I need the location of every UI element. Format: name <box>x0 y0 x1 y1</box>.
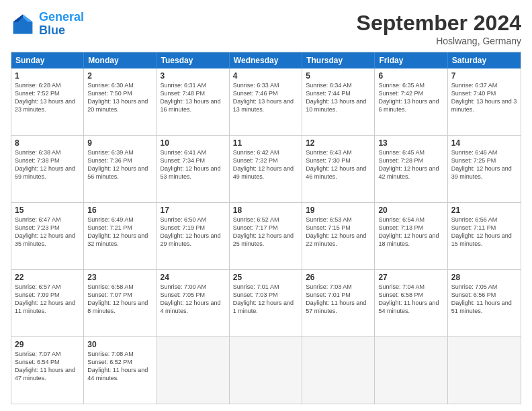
cal-cell: 19Sunrise: 6:53 AMSunset: 7:15 PMDayligh… <box>302 203 375 269</box>
cal-cell: 21Sunrise: 6:56 AMSunset: 7:11 PMDayligh… <box>448 203 521 269</box>
cal-cell: 13Sunrise: 6:45 AMSunset: 7:28 PMDayligh… <box>375 136 447 202</box>
logo-text: General Blue <box>39 11 84 38</box>
header-thursday: Thursday <box>302 52 375 68</box>
cal-cell <box>302 337 375 404</box>
cal-cell: 9Sunrise: 6:39 AMSunset: 7:36 PMDaylight… <box>84 136 157 202</box>
header-sunday: Sunday <box>11 52 84 68</box>
cal-cell: 30Sunrise: 7:08 AMSunset: 6:52 PMDayligh… <box>84 337 157 404</box>
cal-cell: 14Sunrise: 6:46 AMSunset: 7:25 PMDayligh… <box>448 136 521 202</box>
day-number: 13 <box>378 138 443 148</box>
day-info: Sunrise: 6:38 AMSunset: 7:38 PMDaylight:… <box>15 148 80 181</box>
day-info: Sunrise: 6:53 AMSunset: 7:15 PMDaylight:… <box>306 216 371 248</box>
cal-cell <box>157 337 230 404</box>
cal-cell: 15Sunrise: 6:47 AMSunset: 7:23 PMDayligh… <box>11 203 84 269</box>
day-number: 21 <box>451 205 517 215</box>
day-number: 16 <box>87 205 152 215</box>
week-row-2: 8Sunrise: 6:38 AMSunset: 7:38 PMDaylight… <box>11 135 521 202</box>
cal-cell: 17Sunrise: 6:50 AMSunset: 7:19 PMDayligh… <box>157 203 230 269</box>
page: General Blue September 2024 Hoslwang, Ge… <box>0 0 532 411</box>
cal-cell: 12Sunrise: 6:43 AMSunset: 7:30 PMDayligh… <box>302 136 375 202</box>
day-number: 28 <box>451 273 517 282</box>
day-number: 5 <box>306 71 371 81</box>
month-title: September 2024 <box>357 11 521 36</box>
day-number: 3 <box>161 71 226 81</box>
week-row-1: 1Sunrise: 6:28 AMSunset: 7:52 PMDaylight… <box>11 68 521 135</box>
day-info: Sunrise: 6:42 AMSunset: 7:32 PMDaylight:… <box>233 148 298 181</box>
cal-cell: 11Sunrise: 6:42 AMSunset: 7:32 PMDayligh… <box>230 136 302 202</box>
day-info: Sunrise: 6:54 AMSunset: 7:13 PMDaylight:… <box>378 216 443 248</box>
cal-cell: 1Sunrise: 6:28 AMSunset: 7:52 PMDaylight… <box>11 68 84 135</box>
day-info: Sunrise: 7:03 AMSunset: 7:01 PMDaylight:… <box>306 283 371 316</box>
day-info: Sunrise: 7:04 AMSunset: 6:58 PMDaylight:… <box>378 283 443 316</box>
logo-icon <box>11 12 35 36</box>
cal-cell: 5Sunrise: 6:34 AMSunset: 7:44 PMDaylight… <box>302 68 375 135</box>
cal-cell: 27Sunrise: 7:04 AMSunset: 6:58 PMDayligh… <box>375 270 447 336</box>
day-info: Sunrise: 7:08 AMSunset: 6:52 PMDaylight:… <box>87 350 152 383</box>
day-info: Sunrise: 6:50 AMSunset: 7:19 PMDaylight:… <box>161 216 226 248</box>
cal-cell: 7Sunrise: 6:37 AMSunset: 7:40 PMDaylight… <box>448 68 521 135</box>
day-info: Sunrise: 6:39 AMSunset: 7:36 PMDaylight:… <box>87 148 152 181</box>
cal-cell: 24Sunrise: 7:00 AMSunset: 7:05 PMDayligh… <box>157 270 230 336</box>
day-number: 9 <box>87 138 152 148</box>
header: General Blue September 2024 Hoslwang, Ge… <box>11 11 521 46</box>
day-number: 6 <box>378 71 443 81</box>
day-info: Sunrise: 7:01 AMSunset: 7:03 PMDaylight:… <box>233 283 298 316</box>
logo: General Blue <box>11 11 84 38</box>
day-info: Sunrise: 6:33 AMSunset: 7:46 PMDaylight:… <box>233 81 298 114</box>
day-info: Sunrise: 6:56 AMSunset: 7:11 PMDaylight:… <box>451 216 517 248</box>
day-number: 30 <box>87 340 152 349</box>
cal-cell: 20Sunrise: 6:54 AMSunset: 7:13 PMDayligh… <box>375 203 447 269</box>
day-number: 15 <box>15 205 80 215</box>
header-monday: Monday <box>84 52 157 68</box>
day-info: Sunrise: 7:05 AMSunset: 6:56 PMDaylight:… <box>451 283 517 316</box>
cal-cell <box>448 337 521 404</box>
header-tuesday: Tuesday <box>157 52 230 68</box>
day-number: 2 <box>87 71 152 81</box>
day-info: Sunrise: 6:34 AMSunset: 7:44 PMDaylight:… <box>306 81 371 114</box>
day-number: 24 <box>161 273 226 282</box>
logo-blue: Blue <box>39 24 65 37</box>
calendar: Sunday Monday Tuesday Wednesday Thursday… <box>11 52 521 404</box>
cal-cell: 28Sunrise: 7:05 AMSunset: 6:56 PMDayligh… <box>448 270 521 336</box>
location: Hoslwang, Germany <box>357 36 521 46</box>
day-number: 8 <box>15 138 80 148</box>
day-number: 29 <box>15 340 80 349</box>
cal-cell: 25Sunrise: 7:01 AMSunset: 7:03 PMDayligh… <box>230 270 302 336</box>
day-number: 26 <box>306 273 371 282</box>
cal-cell: 3Sunrise: 6:31 AMSunset: 7:48 PMDaylight… <box>157 68 230 135</box>
day-number: 17 <box>161 205 226 215</box>
day-info: Sunrise: 6:58 AMSunset: 7:07 PMDaylight:… <box>87 283 152 316</box>
day-info: Sunrise: 6:47 AMSunset: 7:23 PMDaylight:… <box>15 216 80 248</box>
day-info: Sunrise: 6:43 AMSunset: 7:30 PMDaylight:… <box>306 148 371 181</box>
day-info: Sunrise: 6:41 AMSunset: 7:34 PMDaylight:… <box>161 148 226 181</box>
day-number: 18 <box>233 205 298 215</box>
cal-cell: 16Sunrise: 6:49 AMSunset: 7:21 PMDayligh… <box>84 203 157 269</box>
day-info: Sunrise: 6:46 AMSunset: 7:25 PMDaylight:… <box>451 148 517 181</box>
svg-marker-0 <box>13 14 33 34</box>
day-number: 27 <box>378 273 443 282</box>
day-number: 11 <box>233 138 298 148</box>
cal-cell <box>230 337 302 404</box>
logo-general: General <box>39 10 84 24</box>
day-number: 1 <box>15 71 80 81</box>
day-number: 20 <box>378 205 443 215</box>
title-block: September 2024 Hoslwang, Germany <box>357 11 521 46</box>
day-number: 7 <box>451 71 517 81</box>
header-wednesday: Wednesday <box>230 52 302 68</box>
day-info: Sunrise: 6:28 AMSunset: 7:52 PMDaylight:… <box>15 81 80 114</box>
calendar-header: Sunday Monday Tuesday Wednesday Thursday… <box>11 52 521 68</box>
cal-cell: 10Sunrise: 6:41 AMSunset: 7:34 PMDayligh… <box>157 136 230 202</box>
cal-cell: 26Sunrise: 7:03 AMSunset: 7:01 PMDayligh… <box>302 270 375 336</box>
day-number: 10 <box>161 138 226 148</box>
header-friday: Friday <box>375 52 447 68</box>
day-info: Sunrise: 6:37 AMSunset: 7:40 PMDaylight:… <box>451 81 517 114</box>
week-row-5: 29Sunrise: 7:07 AMSunset: 6:54 PMDayligh… <box>11 336 521 404</box>
cal-cell: 8Sunrise: 6:38 AMSunset: 7:38 PMDaylight… <box>11 136 84 202</box>
day-number: 12 <box>306 138 371 148</box>
day-number: 4 <box>233 71 298 81</box>
day-info: Sunrise: 7:07 AMSunset: 6:54 PMDaylight:… <box>15 350 80 383</box>
day-info: Sunrise: 6:31 AMSunset: 7:48 PMDaylight:… <box>161 81 226 114</box>
day-info: Sunrise: 6:52 AMSunset: 7:17 PMDaylight:… <box>233 216 298 248</box>
cal-cell: 22Sunrise: 6:57 AMSunset: 7:09 PMDayligh… <box>11 270 84 336</box>
day-info: Sunrise: 7:00 AMSunset: 7:05 PMDaylight:… <box>161 283 226 316</box>
